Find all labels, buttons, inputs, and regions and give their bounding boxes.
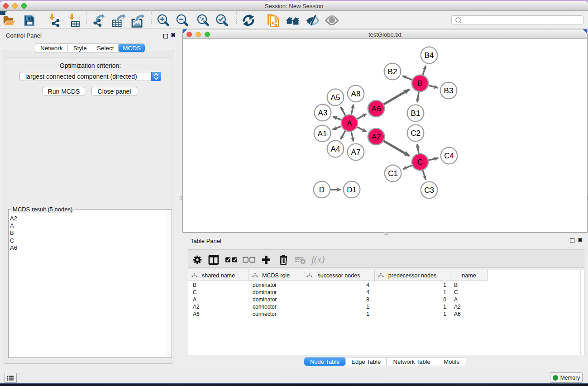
svg-text:C2: C2 bbox=[411, 129, 421, 138]
svg-text:D: D bbox=[319, 186, 325, 194]
svg-text:A6: A6 bbox=[372, 105, 381, 113]
svg-text:B: B bbox=[417, 79, 422, 88]
svg-text:C1: C1 bbox=[388, 169, 398, 178]
svg-text:A2: A2 bbox=[372, 133, 381, 141]
svg-text:A1: A1 bbox=[318, 129, 327, 138]
svg-text:A8: A8 bbox=[351, 90, 361, 98]
svg-text:C3: C3 bbox=[424, 186, 434, 195]
svg-text:A: A bbox=[347, 119, 352, 128]
svg-text:C4: C4 bbox=[444, 152, 454, 160]
svg-text:B4: B4 bbox=[425, 51, 434, 60]
svg-text:D1: D1 bbox=[347, 186, 357, 194]
svg-text:B2: B2 bbox=[388, 67, 397, 76]
svg-text:A4: A4 bbox=[331, 145, 340, 153]
svg-text:A3: A3 bbox=[318, 109, 328, 117]
svg-text:A7: A7 bbox=[351, 148, 361, 157]
svg-text:B1: B1 bbox=[411, 109, 421, 118]
svg-text:A5: A5 bbox=[331, 93, 340, 102]
svg-text:C: C bbox=[417, 158, 423, 167]
svg-text:B3: B3 bbox=[444, 86, 454, 95]
